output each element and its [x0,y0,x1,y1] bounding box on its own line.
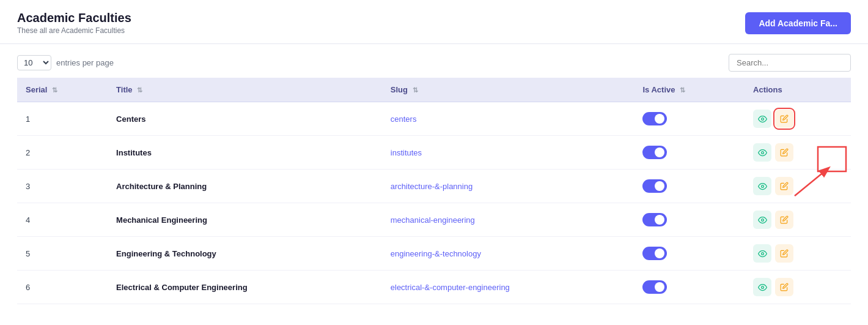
view-button[interactable] [753,211,771,229]
view-button[interactable] [753,244,771,263]
eye-icon [758,283,767,292]
cell-is-active [634,237,745,271]
cell-is-active [634,203,745,237]
table-row: 3Architecture & Planningarchitecture-&-p… [17,170,851,203]
cell-slug: electrical-&-computer-engineering [382,271,634,304]
cell-actions [745,170,851,203]
header-left: Academic Faculties These all are Academi… [17,11,131,35]
cell-slug: centers [382,102,634,136]
cell-actions [745,203,851,237]
eye-icon [758,215,767,225]
page-header: Academic Faculties These all are Academi… [0,0,868,44]
col-serial: Serial ⇅ [17,78,108,102]
cell-serial: 2 [17,136,108,170]
sort-slug-icon[interactable]: ⇅ [413,86,418,94]
cell-slug: engineering-&-technology [382,237,634,271]
cell-slug: institutes [382,136,634,170]
cell-title: Engineering & Technology [108,237,382,271]
eye-icon [758,182,767,191]
cell-actions [745,136,851,170]
cell-actions [745,271,851,304]
cell-is-active [634,136,745,170]
table-row: 5Engineering & Technologyengineering-&-t… [17,237,851,271]
table-wrapper: Serial ⇅ Title ⇅ Slug ⇅ Is Active ⇅ Acti… [0,78,868,304]
sort-isactive-icon[interactable]: ⇅ [680,86,685,94]
edit-button[interactable] [775,278,793,296]
cell-title: Architecture & Planning [108,170,382,203]
svg-point-3 [761,219,763,221]
svg-point-0 [761,118,763,120]
table-header-row: Serial ⇅ Title ⇅ Slug ⇅ Is Active ⇅ Acti… [17,78,851,102]
cell-title: Electrical & Computer Engineering [108,271,382,304]
sort-title-icon[interactable]: ⇅ [137,86,142,94]
edit-button[interactable] [775,177,793,195]
edit-button[interactable] [775,110,793,128]
svg-point-2 [761,185,763,187]
view-button[interactable] [753,143,771,162]
edit-icon [780,182,789,190]
edit-button[interactable] [775,244,793,263]
eye-icon [758,114,767,124]
toolbar: 10 25 50 100 entries per page [0,44,868,78]
cell-title: Mechanical Engineering [108,203,382,237]
cell-is-active [634,102,745,136]
cell-serial: 1 [17,102,108,136]
faculties-table: Serial ⇅ Title ⇅ Slug ⇅ Is Active ⇅ Acti… [17,78,851,304]
cell-is-active [634,170,745,203]
cell-actions [745,237,851,271]
svg-point-5 [761,286,763,288]
edit-icon [780,215,789,224]
col-slug: Slug ⇅ [382,78,634,102]
entries-per-page-label: entries per page [56,58,114,67]
cell-serial: 3 [17,170,108,203]
edit-icon [780,249,789,258]
table-row: 4Mechanical Engineeringmechanical-engine… [17,203,851,237]
table-row: 2Institutesinstitutes [17,136,851,170]
table-row: 1Centerscenters [17,102,851,136]
cell-serial: 6 [17,271,108,304]
sort-serial-icon[interactable]: ⇅ [52,86,57,94]
cell-title: Institutes [108,136,382,170]
svg-point-4 [761,252,763,255]
view-button[interactable] [753,177,771,195]
cell-slug: architecture-&-planning [382,170,634,203]
add-academic-faculty-button[interactable]: Add Academic Fa... [745,12,851,34]
view-button[interactable] [753,278,771,296]
cell-serial: 4 [17,203,108,237]
edit-icon [780,114,789,123]
view-button[interactable] [753,110,771,128]
entries-per-page-control: 10 25 50 100 entries per page [17,55,114,70]
cell-title: Centers [108,102,382,136]
page-title: Academic Faculties [17,11,131,25]
edit-button[interactable] [775,211,793,229]
eye-icon [758,249,767,258]
cell-is-active [634,271,745,304]
search-input[interactable] [729,54,851,72]
edit-button[interactable] [775,143,793,162]
svg-point-1 [761,151,763,154]
page-subtitle: These all are Academic Faculties [17,26,131,35]
col-title: Title ⇅ [108,78,382,102]
cell-actions [745,102,851,136]
table-row: 6Electrical & Computer Engineeringelectr… [17,271,851,304]
entries-per-page-select[interactable]: 10 25 50 100 [17,55,51,70]
edit-icon [780,283,789,291]
cell-serial: 5 [17,237,108,271]
edit-icon [780,148,789,157]
cell-slug: mechanical-engineering [382,203,634,237]
col-actions: Actions [745,78,851,102]
col-is-active: Is Active ⇅ [634,78,745,102]
eye-icon [758,148,767,157]
